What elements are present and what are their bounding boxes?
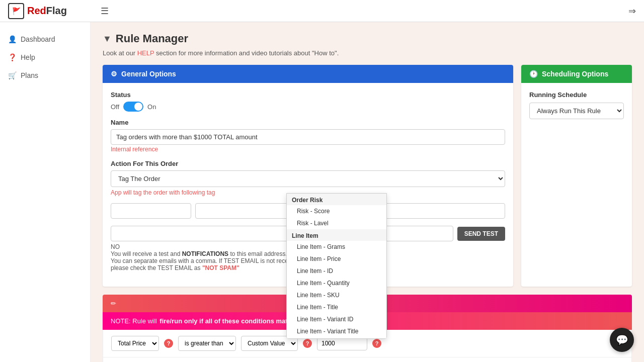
general-options-title: General Options: [121, 70, 176, 78]
name-input[interactable]: [111, 129, 505, 145]
conditions-bar-bold: fire/run only if all of these conditions…: [159, 317, 297, 325]
status-group: Status Off On: [111, 91, 505, 112]
page-title: Rule Manager: [116, 32, 188, 45]
sidebar-item-label: Dashboard: [21, 35, 55, 43]
dropdown-item[interactable]: Line Item - Price: [287, 253, 386, 265]
logo-text: RedFlag: [27, 5, 67, 17]
email-input[interactable]: [111, 226, 453, 241]
name-label: Name: [111, 119, 505, 126]
dropdown-item[interactable]: Risk - Score: [287, 205, 386, 217]
internal-reference-link[interactable]: Internal reference: [111, 146, 158, 153]
logo: 🚩 RedFlag: [8, 3, 67, 19]
dropdown-item[interactable]: Line Item - Variant Title: [287, 325, 386, 337]
general-options-header: ⚙ General Options: [103, 65, 513, 83]
logo-icon: 🚩: [8, 3, 24, 19]
dropdown-item[interactable]: Line Item - SKU: [287, 289, 386, 301]
help-icon: ❓: [8, 53, 17, 61]
scheduling-options-body: Running Schedule Always Run This Rule: [521, 83, 632, 127]
filter-icon: ▼: [103, 34, 112, 44]
running-schedule-select[interactable]: Always Run This Rule: [529, 103, 624, 119]
scheduling-options-title: Scheduling Options: [542, 70, 608, 78]
dropdown-item[interactable]: Risk - Lavel: [287, 217, 386, 229]
tag-input[interactable]: [111, 203, 191, 219]
help-link[interactable]: HELP: [137, 49, 154, 57]
running-schedule-label: Running Schedule: [529, 91, 624, 99]
status-toggle[interactable]: [123, 102, 143, 112]
logout-button[interactable]: ⇒: [628, 6, 636, 17]
main-content: ▼ Rule Manager Look at our HELP section …: [91, 22, 644, 362]
name-group: Name Internal reference: [111, 119, 505, 153]
conditions-bar-text: NOTE: Rule will fire/run only if all of …: [111, 317, 297, 325]
sidebar-item-label: Plans: [21, 71, 38, 79]
status-label: Status: [111, 91, 505, 99]
scheduling-options-card: 🕐 Scheduling Options Running Schedule Al…: [521, 65, 632, 287]
note-no: NO: [111, 243, 120, 250]
condition-operator-select[interactable]: is greater than: [178, 336, 236, 351]
dropdown-item[interactable]: Line Item - Grams: [287, 241, 386, 253]
chat-bubble[interactable]: 💬: [610, 328, 634, 352]
hamburger-button[interactable]: ☰: [101, 6, 109, 17]
type-help-icon[interactable]: ?: [303, 339, 312, 348]
dropdown-item[interactable]: Line Item - ID: [287, 265, 386, 277]
field-help-icon[interactable]: ?: [164, 339, 173, 348]
dropdown-item[interactable]: Line Item - Vendor: [287, 337, 386, 339]
action-group: Action For This Order Tag The OrderUntag…: [111, 160, 505, 196]
action-select[interactable]: Tag The OrderUntag The OrderCancel The O…: [111, 170, 505, 187]
condition-field-select[interactable]: Total Price: [111, 336, 159, 351]
toggle-row: Off On: [111, 102, 505, 112]
amount-help-icon[interactable]: ?: [372, 339, 381, 348]
status-on-label: On: [147, 103, 156, 111]
gear-icon: ⚙: [111, 70, 117, 78]
dashboard-icon: 👤: [8, 35, 17, 43]
sidebar-item-help[interactable]: ❓ Help: [0, 48, 90, 66]
dropdown-group-order-risk: Order Risk: [287, 194, 386, 205]
page-layout: 👤 Dashboard ❓ Help 🛒 Plans ▼ Rule Manage…: [0, 22, 644, 362]
dropdown-group-line-item: Line Item: [287, 229, 386, 241]
dropdown-item[interactable]: Line Item - Title: [287, 301, 386, 313]
dropdown-item[interactable]: Line Item - Quantity: [287, 277, 386, 289]
clock-icon: 🕐: [529, 70, 538, 78]
notifications-bold: NOTIFICATIONS: [182, 250, 228, 257]
plans-icon: 🛒: [8, 71, 17, 79]
status-off-label: Off: [111, 103, 119, 111]
new-condition-row: + New Condition: [103, 357, 632, 362]
send-test-button[interactable]: SEND TEST: [457, 227, 505, 241]
sidebar-item-plans[interactable]: 🛒 Plans: [0, 66, 90, 84]
dropdown-item[interactable]: Line Item - Variant ID: [287, 313, 386, 325]
scheduling-options-header: 🕐 Scheduling Options: [521, 65, 632, 83]
tag-select-wrap: [111, 203, 191, 219]
app-header: 🚩 RedFlag ☰ ⇒: [0, 0, 644, 22]
edit-icon: ✏: [111, 300, 116, 307]
sidebar: 👤 Dashboard ❓ Help 🛒 Plans: [0, 22, 91, 362]
page-title-row: ▼ Rule Manager: [103, 32, 632, 45]
sidebar-item-label: Help: [21, 53, 35, 61]
dropdown-overlay: Order Risk Risk - Score Risk - Lavel Lin…: [286, 193, 387, 339]
action-label: Action For This Order: [111, 160, 505, 167]
not-spam-text: "NOT SPAM": [202, 264, 239, 272]
page-subtitle: Look at our HELP section for more inform…: [103, 49, 632, 57]
sidebar-item-dashboard[interactable]: 👤 Dashboard: [0, 30, 90, 48]
